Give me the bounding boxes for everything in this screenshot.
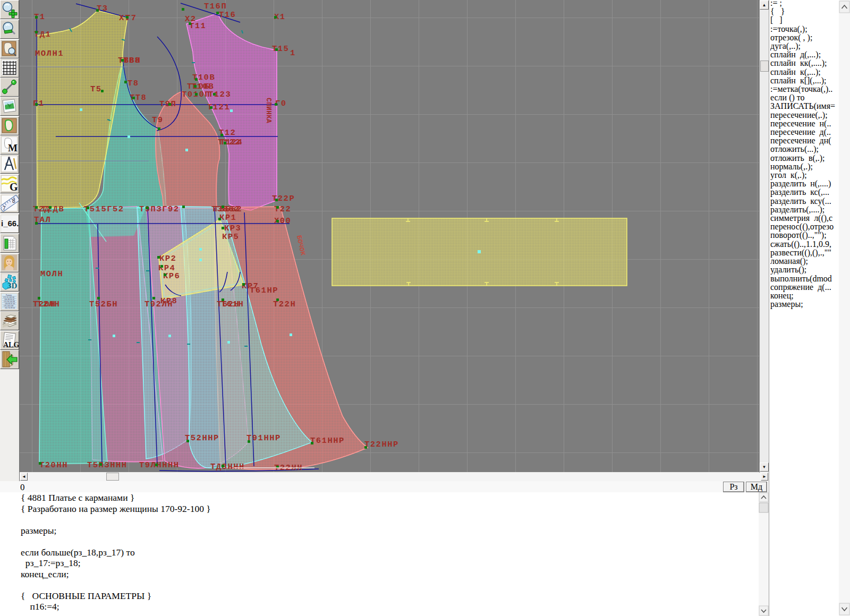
svg-text:КР1: КР1 bbox=[219, 213, 236, 223]
svg-text:ТДЗННН: ТДЗННН bbox=[210, 462, 245, 472]
svg-text:МОЛН1: МОЛН1 bbox=[35, 49, 64, 58]
svg-text:7: 7 bbox=[3, 206, 6, 211]
svg-text:Т22: Т22 bbox=[274, 204, 291, 214]
svg-text:Т10В: Т10В bbox=[192, 73, 215, 82]
svg-text:Т9ПЗГ92: Т9ПЗГ92 bbox=[139, 204, 180, 214]
svg-text:Т61НР: Т61НР bbox=[250, 286, 278, 295]
svg-text:Т5ПЗННН: Т5ПЗННН bbox=[87, 460, 128, 470]
svg-text:Т2ЛН: Т2ЛН bbox=[37, 300, 60, 309]
svg-text:Т91ННР: Т91ННР bbox=[246, 433, 281, 443]
svg-text:КР5: КР5 bbox=[222, 232, 239, 242]
svg-text:Т9: Т9 bbox=[152, 115, 164, 125]
svg-text:1: 1 bbox=[290, 48, 296, 58]
svg-text:Т22ННР: Т22ННР bbox=[364, 440, 399, 449]
svg-text:Т52ННР: Т52ННР bbox=[185, 433, 219, 443]
svg-text:КР2: КР2 bbox=[159, 254, 176, 263]
svg-text:M: M bbox=[8, 142, 18, 153]
svg-text:ТТ8: ТТ8 bbox=[130, 93, 147, 102]
svg-text:Т5: Т5 bbox=[90, 84, 102, 94]
svg-text:Т61Н: Т61Н bbox=[221, 300, 244, 309]
svg-text:i_66.: i_66. bbox=[1, 219, 19, 228]
svg-text:3D: 3D bbox=[7, 281, 18, 290]
svg-text:Т61ННР: Т61ННР bbox=[310, 436, 345, 446]
svg-text:G: G bbox=[10, 181, 18, 193]
svg-text:162-90-98 44: 162-90-98 44 bbox=[5, 307, 15, 309]
svg-text:Т92ЛН: Т92ЛН bbox=[144, 300, 173, 309]
svg-text:8: 8 bbox=[12, 198, 15, 204]
svg-text:Т16: Т16 bbox=[219, 10, 236, 20]
svg-text:Г1: Г1 bbox=[33, 99, 45, 108]
svg-text:Т11: Т11 bbox=[189, 21, 206, 31]
svg-text:ТВ8: ТВ8 bbox=[123, 56, 140, 65]
svg-text:Т8: Т8 bbox=[128, 79, 139, 88]
svg-text:МОЛН: МОЛН bbox=[40, 269, 63, 279]
svg-text:Т52БН: Т52БН bbox=[89, 300, 118, 309]
svg-text:Т124: Т124 bbox=[220, 138, 243, 147]
svg-text:Т3: Т3 bbox=[97, 4, 108, 13]
svg-text:A: A bbox=[5, 162, 7, 165]
svg-text:Т20НН: Т20НН bbox=[39, 460, 68, 470]
svg-text:Т9П: Т9П bbox=[159, 99, 176, 109]
svg-text:Т2ДВ: Т2ДВ bbox=[41, 204, 64, 214]
svg-text:Т515Г52: Т515Г52 bbox=[84, 204, 124, 214]
svg-text:Т15: Т15 bbox=[272, 44, 289, 54]
svg-text:СПИНКА: СПИНКА bbox=[265, 98, 273, 123]
svg-text:ALG: ALG bbox=[3, 341, 19, 349]
svg-text:Т123: Т123 bbox=[208, 90, 231, 99]
svg-text:Т9ЛНННН: Т9ЛНННН bbox=[139, 460, 180, 470]
